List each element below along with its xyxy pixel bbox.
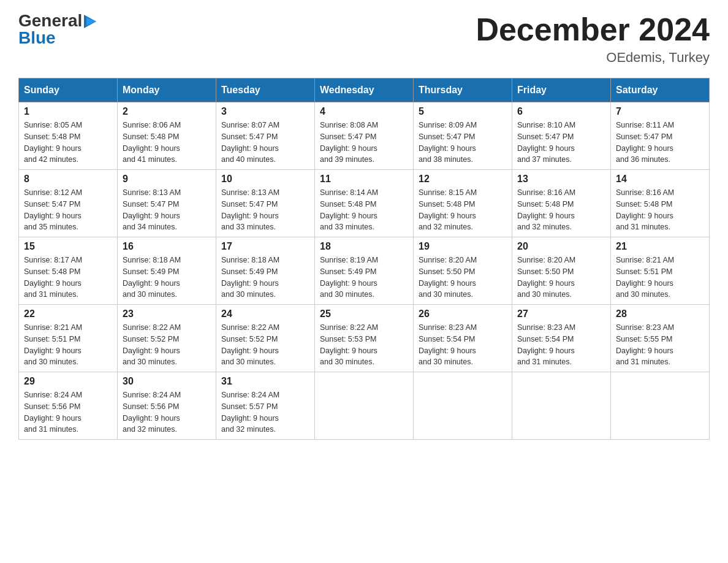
- day-info: Sunrise: 8:17 AM Sunset: 5:48 PM Dayligh…: [24, 255, 112, 301]
- calendar-header-saturday: Saturday: [611, 79, 710, 102]
- day-number: 11: [320, 174, 408, 185]
- calendar-cell: 14 Sunrise: 8:16 AM Sunset: 5:48 PM Dayl…: [611, 170, 710, 237]
- day-info: Sunrise: 8:13 AM Sunset: 5:47 PM Dayligh…: [221, 187, 309, 233]
- calendar-cell: 9 Sunrise: 8:13 AM Sunset: 5:47 PM Dayli…: [118, 170, 216, 237]
- calendar-cell: 21 Sunrise: 8:21 AM Sunset: 5:51 PM Dayl…: [611, 237, 710, 305]
- calendar-cell: 28 Sunrise: 8:23 AM Sunset: 5:55 PM Dayl…: [611, 305, 710, 372]
- day-number: 27: [517, 308, 605, 320]
- day-info: Sunrise: 8:09 AM Sunset: 5:47 PM Dayligh…: [419, 120, 507, 166]
- day-info: Sunrise: 8:05 AM Sunset: 5:48 PM Dayligh…: [24, 120, 112, 166]
- day-number: 21: [616, 241, 704, 252]
- day-number: 26: [419, 308, 507, 320]
- day-info: Sunrise: 8:22 AM Sunset: 5:53 PM Dayligh…: [320, 322, 408, 368]
- day-number: 2: [123, 106, 211, 117]
- day-number: 3: [221, 106, 309, 117]
- calendar-cell: [611, 372, 710, 440]
- calendar-header-sunday: Sunday: [19, 79, 118, 102]
- day-number: 12: [419, 174, 507, 185]
- logo-blue-text: Blue: [18, 29, 56, 47]
- calendar-cell: 17 Sunrise: 8:18 AM Sunset: 5:49 PM Dayl…: [216, 237, 315, 305]
- day-number: 24: [221, 308, 309, 320]
- day-number: 31: [221, 376, 309, 387]
- calendar-cell: [512, 372, 611, 440]
- day-info: Sunrise: 8:20 AM Sunset: 5:50 PM Dayligh…: [517, 255, 605, 301]
- calendar-header-thursday: Thursday: [414, 79, 512, 102]
- day-number: 16: [123, 241, 211, 252]
- day-info: Sunrise: 8:11 AM Sunset: 5:47 PM Dayligh…: [616, 120, 704, 166]
- day-number: 6: [517, 106, 605, 117]
- day-info: Sunrise: 8:22 AM Sunset: 5:52 PM Dayligh…: [221, 322, 309, 368]
- calendar-cell: 6 Sunrise: 8:10 AM Sunset: 5:47 PM Dayli…: [512, 102, 611, 170]
- day-number: 13: [517, 174, 605, 185]
- day-info: Sunrise: 8:15 AM Sunset: 5:48 PM Dayligh…: [419, 187, 507, 233]
- calendar-cell: 10 Sunrise: 8:13 AM Sunset: 5:47 PM Dayl…: [216, 170, 315, 237]
- calendar-table: SundayMondayTuesdayWednesdayThursdayFrid…: [18, 78, 710, 440]
- calendar-cell: 4 Sunrise: 8:08 AM Sunset: 5:47 PM Dayli…: [315, 102, 414, 170]
- day-info: Sunrise: 8:08 AM Sunset: 5:47 PM Dayligh…: [320, 120, 408, 166]
- calendar-cell: 31 Sunrise: 8:24 AM Sunset: 5:57 PM Dayl…: [216, 372, 315, 440]
- calendar-cell: 25 Sunrise: 8:22 AM Sunset: 5:53 PM Dayl…: [315, 305, 414, 372]
- day-info: Sunrise: 8:18 AM Sunset: 5:49 PM Dayligh…: [123, 255, 211, 301]
- day-number: 18: [320, 241, 408, 252]
- svg-marker-1: [86, 17, 96, 26]
- calendar-week-row: 15 Sunrise: 8:17 AM Sunset: 5:48 PM Dayl…: [19, 237, 710, 305]
- day-info: Sunrise: 8:24 AM Sunset: 5:56 PM Dayligh…: [123, 389, 211, 435]
- day-number: 5: [419, 106, 507, 117]
- calendar-cell: 15 Sunrise: 8:17 AM Sunset: 5:48 PM Dayl…: [19, 237, 118, 305]
- day-info: Sunrise: 8:06 AM Sunset: 5:48 PM Dayligh…: [123, 120, 211, 166]
- day-info: Sunrise: 8:10 AM Sunset: 5:47 PM Dayligh…: [517, 120, 605, 166]
- calendar-header-row: SundayMondayTuesdayWednesdayThursdayFrid…: [19, 79, 710, 102]
- page-header: General Blue December 2024 OEdemis, Turk…: [18, 12, 710, 66]
- calendar-cell: [315, 372, 414, 440]
- calendar-cell: 24 Sunrise: 8:22 AM Sunset: 5:52 PM Dayl…: [216, 305, 315, 372]
- calendar-cell: 1 Sunrise: 8:05 AM Sunset: 5:48 PM Dayli…: [19, 102, 118, 170]
- calendar-cell: 11 Sunrise: 8:14 AM Sunset: 5:48 PM Dayl…: [315, 170, 414, 237]
- day-info: Sunrise: 8:14 AM Sunset: 5:48 PM Dayligh…: [320, 187, 408, 233]
- calendar-cell: 8 Sunrise: 8:12 AM Sunset: 5:47 PM Dayli…: [19, 170, 118, 237]
- day-info: Sunrise: 8:12 AM Sunset: 5:47 PM Dayligh…: [24, 187, 112, 233]
- day-info: Sunrise: 8:23 AM Sunset: 5:54 PM Dayligh…: [419, 322, 507, 368]
- day-number: 25: [320, 308, 408, 320]
- day-info: Sunrise: 8:22 AM Sunset: 5:52 PM Dayligh…: [123, 322, 211, 368]
- day-info: Sunrise: 8:16 AM Sunset: 5:48 PM Dayligh…: [517, 187, 605, 233]
- calendar-cell: 20 Sunrise: 8:20 AM Sunset: 5:50 PM Dayl…: [512, 237, 611, 305]
- calendar-cell: 2 Sunrise: 8:06 AM Sunset: 5:48 PM Dayli…: [118, 102, 216, 170]
- day-info: Sunrise: 8:20 AM Sunset: 5:50 PM Dayligh…: [419, 255, 507, 301]
- day-info: Sunrise: 8:21 AM Sunset: 5:51 PM Dayligh…: [24, 322, 112, 368]
- day-number: 19: [419, 241, 507, 252]
- day-info: Sunrise: 8:23 AM Sunset: 5:55 PM Dayligh…: [616, 322, 704, 368]
- day-info: Sunrise: 8:18 AM Sunset: 5:49 PM Dayligh…: [221, 255, 309, 301]
- day-number: 8: [24, 174, 112, 185]
- day-info: Sunrise: 8:13 AM Sunset: 5:47 PM Dayligh…: [123, 187, 211, 233]
- calendar-week-row: 1 Sunrise: 8:05 AM Sunset: 5:48 PM Dayli…: [19, 102, 710, 170]
- calendar-cell: 23 Sunrise: 8:22 AM Sunset: 5:52 PM Dayl…: [118, 305, 216, 372]
- day-info: Sunrise: 8:21 AM Sunset: 5:51 PM Dayligh…: [616, 255, 704, 301]
- calendar-header-monday: Monday: [118, 79, 216, 102]
- calendar-cell: 12 Sunrise: 8:15 AM Sunset: 5:48 PM Dayl…: [414, 170, 512, 237]
- logo-general-text: General: [18, 12, 82, 29]
- day-info: Sunrise: 8:16 AM Sunset: 5:48 PM Dayligh…: [616, 187, 704, 233]
- calendar-week-row: 8 Sunrise: 8:12 AM Sunset: 5:47 PM Dayli…: [19, 170, 710, 237]
- calendar-cell: 13 Sunrise: 8:16 AM Sunset: 5:48 PM Dayl…: [512, 170, 611, 237]
- day-number: 28: [616, 308, 704, 320]
- day-number: 22: [24, 308, 112, 320]
- day-number: 10: [221, 174, 309, 185]
- calendar-cell: 27 Sunrise: 8:23 AM Sunset: 5:54 PM Dayl…: [512, 305, 611, 372]
- day-info: Sunrise: 8:24 AM Sunset: 5:56 PM Dayligh…: [24, 389, 112, 435]
- calendar-cell: 3 Sunrise: 8:07 AM Sunset: 5:47 PM Dayli…: [216, 102, 315, 170]
- calendar-cell: 22 Sunrise: 8:21 AM Sunset: 5:51 PM Dayl…: [19, 305, 118, 372]
- logo-arrow-icon: [84, 15, 99, 28]
- calendar-cell: 16 Sunrise: 8:18 AM Sunset: 5:49 PM Dayl…: [118, 237, 216, 305]
- logo: General Blue: [18, 12, 99, 47]
- calendar-week-row: 29 Sunrise: 8:24 AM Sunset: 5:56 PM Dayl…: [19, 372, 710, 440]
- location-text: OEdemis, Turkey: [476, 50, 710, 66]
- calendar-cell: 5 Sunrise: 8:09 AM Sunset: 5:47 PM Dayli…: [414, 102, 512, 170]
- day-number: 23: [123, 308, 211, 320]
- calendar-week-row: 22 Sunrise: 8:21 AM Sunset: 5:51 PM Dayl…: [19, 305, 710, 372]
- day-number: 9: [123, 174, 211, 185]
- day-number: 29: [24, 376, 112, 387]
- calendar-cell: [414, 372, 512, 440]
- day-number: 17: [221, 241, 309, 252]
- calendar-cell: 29 Sunrise: 8:24 AM Sunset: 5:56 PM Dayl…: [19, 372, 118, 440]
- day-number: 14: [616, 174, 704, 185]
